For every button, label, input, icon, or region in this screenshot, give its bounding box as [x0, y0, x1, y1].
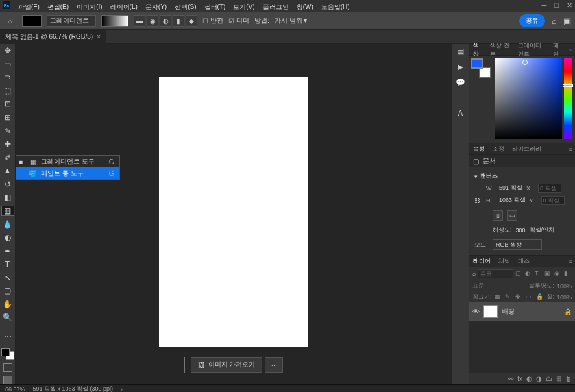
reverse-checkbox[interactable]: ☐반전: [202, 16, 223, 25]
import-image-button[interactable]: 🖼 이미지 가져오기: [191, 357, 263, 373]
x-field[interactable]: 0 픽셀: [538, 184, 561, 193]
hand-tool[interactable]: ✋: [1, 299, 14, 310]
heal-tool[interactable]: ✚: [1, 139, 14, 150]
brush-tool[interactable]: ✐: [1, 152, 14, 163]
menu-file[interactable]: 파일(F): [18, 3, 40, 12]
tab-paths[interactable]: 패스: [514, 257, 533, 265]
move-tool[interactable]: ✥: [1, 45, 14, 56]
menu-layer[interactable]: 레이어(L): [110, 3, 138, 12]
filter-image-icon[interactable]: ▢: [515, 270, 523, 278]
filter-toggle[interactable]: ▮: [564, 270, 572, 278]
flyout-paint-bucket-tool[interactable]: 🪣 페인트 통 도구 G: [16, 167, 119, 179]
document-tab[interactable]: 제목 없음-1 @ 66.7% (RGB/8) ×: [0, 30, 106, 44]
opacity-field[interactable]: 100%: [557, 283, 572, 289]
pen-tool[interactable]: ✒: [1, 245, 14, 256]
tool-preset-swatch[interactable]: [22, 15, 42, 27]
zoom-level[interactable]: 66.67%: [5, 386, 25, 393]
menu-plugin[interactable]: 플러그인: [263, 3, 289, 12]
dock-play-icon[interactable]: ▶: [458, 62, 463, 71]
layer-row[interactable]: 👁 배경 🔒: [469, 302, 575, 321]
crop-tool[interactable]: ⊡: [1, 99, 14, 110]
color-field[interactable]: [495, 58, 562, 139]
lock-icon[interactable]: 🔒: [564, 308, 572, 315]
edit-toolbar-button[interactable]: ⋯: [1, 332, 14, 343]
adjustment-icon[interactable]: ◑: [536, 375, 542, 382]
menu-image[interactable]: 이미지(I): [77, 3, 102, 12]
hue-cursor[interactable]: [563, 84, 573, 87]
eraser-tool[interactable]: ◧: [1, 192, 14, 203]
more-button[interactable]: …: [265, 357, 283, 373]
color-swatches[interactable]: [1, 348, 14, 360]
lock-all-icon[interactable]: 🔒: [536, 293, 544, 301]
width-field[interactable]: 591 픽셀: [498, 183, 524, 193]
panel-menu-icon[interactable]: ≡: [567, 258, 575, 265]
panel-foreground-swatch[interactable]: [471, 58, 483, 69]
screenmode-button[interactable]: [3, 376, 12, 384]
dock-comment-icon[interactable]: 💬: [456, 78, 465, 87]
close-tab-icon[interactable]: ×: [97, 33, 101, 40]
tab-channels[interactable]: 채널: [495, 257, 514, 265]
panel-menu-icon[interactable]: ≡: [567, 146, 575, 153]
mask-icon[interactable]: ◐: [526, 375, 532, 382]
gradient-linear-button[interactable]: ▬: [134, 15, 145, 27]
dodge-tool[interactable]: ◐: [1, 232, 14, 243]
layer-filter-dropdown[interactable]: 종류: [478, 269, 513, 278]
link-icon[interactable]: ⛓: [474, 197, 483, 204]
lock-paint-icon[interactable]: ✎: [505, 293, 513, 301]
mode-dropdown[interactable]: RGB 색상: [493, 239, 542, 250]
lasso-tool[interactable]: ⊃: [1, 72, 14, 83]
lock-trans-icon[interactable]: ▦: [495, 293, 502, 301]
layer-thumbnail[interactable]: [483, 305, 498, 318]
gradient-preview[interactable]: [101, 15, 128, 27]
group-icon[interactable]: 🗀: [546, 375, 552, 382]
visibility-icon[interactable]: 👁: [472, 308, 480, 315]
tool-preset-dropdown[interactable]: 그레이디언트: [47, 15, 96, 27]
eyedropper-tool[interactable]: ✎: [1, 125, 14, 136]
gradient-tool[interactable]: ▦: [1, 206, 14, 217]
type-tool[interactable]: T: [1, 259, 14, 270]
filter-shape-icon[interactable]: ▣: [544, 270, 552, 278]
hue-slider[interactable]: [564, 58, 572, 139]
delete-layer-icon[interactable]: 🗑: [565, 375, 572, 382]
filter-adjust-icon[interactable]: ◐: [525, 270, 533, 278]
filter-type-icon[interactable]: T: [535, 270, 543, 278]
color-cursor[interactable]: [522, 60, 528, 65]
lock-pos-icon[interactable]: ✥: [515, 293, 523, 301]
menu-help[interactable]: 도움말(H): [321, 3, 350, 12]
quickmask-button[interactable]: [3, 363, 12, 372]
share-button[interactable]: 공유: [519, 14, 545, 27]
selection-tool[interactable]: ⬚: [1, 86, 14, 97]
link-layers-icon[interactable]: ⚯: [508, 375, 513, 382]
dither-checkbox[interactable]: ☑디더: [228, 16, 249, 25]
foreground-color[interactable]: [1, 348, 10, 356]
canvas-area[interactable]: 🖼 이미지 가져오기 …: [16, 44, 452, 384]
blend-mode-dropdown[interactable]: 표준: [472, 282, 484, 290]
history-brush-tool[interactable]: ↺: [1, 178, 14, 190]
method-dropdown[interactable]: 가시 범위 ▾: [275, 16, 308, 25]
tab-properties[interactable]: 속성: [469, 145, 489, 153]
panel-background-swatch[interactable]: [479, 67, 491, 78]
y-field[interactable]: 0 픽셀: [541, 196, 565, 205]
gradient-diamond-button[interactable]: ◆: [186, 15, 197, 27]
gradient-radial-button[interactable]: ◉: [147, 15, 158, 27]
dock-type-icon[interactable]: A: [458, 109, 463, 118]
search-icon[interactable]: ⌕: [552, 16, 557, 26]
minimize-button[interactable]: ─: [542, 1, 547, 10]
landscape-button[interactable]: ▭: [507, 210, 517, 221]
gradient-reflected-button[interactable]: ▮: [173, 15, 184, 27]
fill-field[interactable]: 100%: [557, 294, 572, 300]
height-field[interactable]: 1063 픽셀: [498, 195, 527, 205]
marquee-tool[interactable]: ▭: [1, 59, 14, 70]
menu-type[interactable]: 문자(Y): [145, 3, 167, 12]
tab-libraries[interactable]: 라이브러리: [508, 145, 545, 153]
tab-layers[interactable]: 레이어: [469, 257, 495, 265]
menu-filter[interactable]: 필터(T): [204, 3, 226, 12]
maximize-button[interactable]: □: [554, 1, 559, 10]
blur-tool[interactable]: 💧: [1, 219, 14, 230]
portrait-button[interactable]: ▯: [493, 210, 503, 221]
doc-info[interactable]: 591 픽셀 x 1063 픽셀 (300 ppi): [33, 385, 114, 392]
gradient-angle-button[interactable]: ◐: [160, 15, 171, 27]
menu-view[interactable]: 보기(V): [233, 3, 254, 12]
path-tool[interactable]: ↖: [1, 272, 14, 283]
canvas-disclosure[interactable]: ▾캔버스: [474, 171, 570, 182]
